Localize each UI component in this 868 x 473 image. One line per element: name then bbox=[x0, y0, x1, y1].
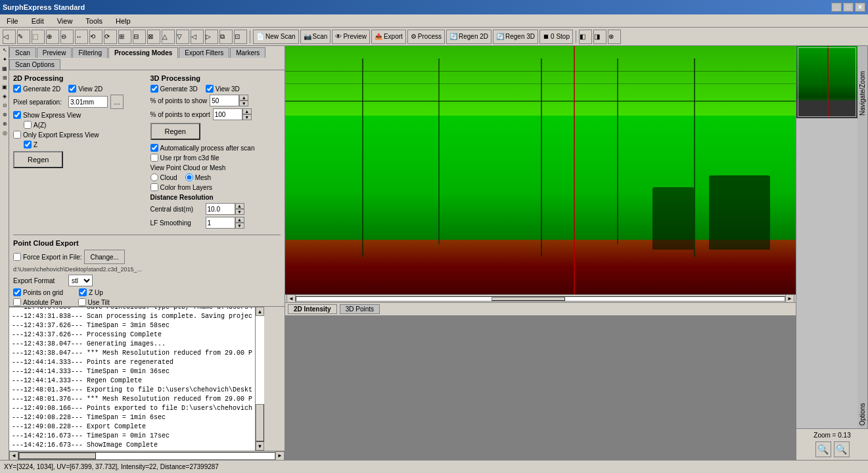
menu-help[interactable]: Help bbox=[112, 16, 135, 26]
view-2d-checkbox-label[interactable]: View 2D bbox=[68, 85, 103, 93]
export-button[interactable]: 📤 Export bbox=[371, 30, 406, 44]
pct-show-input[interactable] bbox=[210, 95, 239, 106]
central-dist-input[interactable] bbox=[206, 203, 235, 215]
lf-smooth-input[interactable] bbox=[206, 217, 235, 229]
tab-filtering[interactable]: Filtering bbox=[72, 47, 108, 58]
ls-icon-1[interactable]: ↖ bbox=[1, 47, 9, 55]
toolbar-icon-9[interactable]: ⊞ bbox=[118, 30, 131, 44]
view-3d-checkbox[interactable] bbox=[206, 85, 214, 93]
tab-2d-intensity[interactable]: 2D Intensity bbox=[288, 304, 337, 314]
lf-smooth-down[interactable]: ▼ bbox=[235, 223, 244, 229]
scroll-down-arrow[interactable]: ▼ bbox=[256, 441, 264, 451]
scroll-left-arrow[interactable]: ◄ bbox=[9, 451, 18, 461]
menu-file[interactable]: File bbox=[3, 16, 22, 26]
color-layers-label[interactable]: Color from Layers bbox=[150, 183, 212, 191]
regen-3d-btn[interactable]: Regen bbox=[150, 123, 200, 140]
use-tilt-label[interactable]: Use Tilt bbox=[78, 298, 110, 306]
toolbar-icon-17[interactable]: ⊡ bbox=[234, 30, 247, 44]
force-export-label[interactable]: Force Export in File: bbox=[13, 253, 81, 261]
nav-tab[interactable]: Navigate/Zoom bbox=[857, 46, 868, 118]
show-express-checkbox[interactable] bbox=[13, 111, 21, 119]
pct-export-up[interactable]: ▲ bbox=[242, 108, 252, 114]
options-tab[interactable]: Options bbox=[857, 118, 868, 428]
scan-button[interactable]: 📷 Scan bbox=[300, 30, 331, 44]
color-layers-checkbox[interactable] bbox=[150, 183, 158, 191]
view-3d-checkbox-label[interactable]: View 3D bbox=[206, 85, 240, 93]
toolbar-icon-3[interactable]: ⬚ bbox=[32, 30, 45, 44]
generate-3d-checkbox-label[interactable]: Generate 3D bbox=[150, 85, 198, 93]
tab-3d-points[interactable]: 3D Points bbox=[340, 304, 380, 314]
auto-process-checkbox[interactable] bbox=[150, 144, 158, 152]
regen2d-button[interactable]: 🔄 Regen 2D bbox=[446, 30, 491, 44]
points-on-grid-label[interactable]: Points on grid bbox=[13, 288, 63, 296]
close-btn[interactable]: ✕ bbox=[855, 3, 865, 12]
central-dist-down[interactable]: ▼ bbox=[235, 209, 244, 215]
absolute-pan-checkbox[interactable] bbox=[13, 298, 21, 306]
ls-icon-9[interactable]: ⊗ bbox=[1, 121, 9, 129]
tab-markers[interactable]: Markers bbox=[230, 47, 265, 58]
minimize-btn[interactable]: _ bbox=[831, 3, 842, 12]
az-checkbox[interactable] bbox=[24, 121, 32, 129]
absolute-pan-label[interactable]: Absolute Pan bbox=[13, 298, 62, 306]
show-express-label[interactable]: Show Express View bbox=[13, 111, 81, 119]
ls-icon-5[interactable]: ▣ bbox=[1, 84, 9, 92]
toolbar-icon-15[interactable]: ▷ bbox=[205, 30, 218, 44]
toolbar-icon-13[interactable]: ▽ bbox=[176, 30, 189, 44]
pct-show-down[interactable]: ▼ bbox=[239, 101, 248, 106]
mesh-radio-label[interactable]: Mesh bbox=[185, 173, 211, 181]
regen3d-button[interactable]: 🔄 Regen 3D bbox=[493, 30, 538, 44]
points-on-grid-checkbox[interactable] bbox=[13, 288, 21, 296]
lf-smooth-up[interactable]: ▲ bbox=[235, 217, 244, 223]
toolbar-icon-11[interactable]: ⊠ bbox=[147, 30, 160, 44]
ls-icon-2[interactable]: ✦ bbox=[1, 56, 9, 64]
mesh-radio[interactable] bbox=[185, 173, 193, 181]
ls-icon-6[interactable]: ◈ bbox=[1, 93, 9, 101]
toolbar-icon-10[interactable]: ⊟ bbox=[133, 30, 146, 44]
central-dist-up[interactable]: ▲ bbox=[235, 203, 244, 209]
zoom-in-btn[interactable]: 🔍 bbox=[815, 441, 831, 457]
pct-export-down[interactable]: ▼ bbox=[242, 114, 252, 120]
pct-show-up[interactable]: ▲ bbox=[239, 95, 248, 101]
use-rpr-checkbox[interactable] bbox=[150, 154, 158, 162]
tab-export-filters[interactable]: Export Filters bbox=[179, 47, 229, 58]
menu-view[interactable]: View bbox=[53, 16, 77, 26]
regen-2d-btn[interactable]: Regen bbox=[13, 151, 63, 168]
pixel-sep-more-btn[interactable]: … bbox=[110, 95, 124, 109]
ls-icon-7[interactable]: ⊙ bbox=[1, 102, 9, 110]
cloud-radio[interactable] bbox=[150, 173, 158, 181]
export-format-select[interactable]: stl ptx xyz pts ply bbox=[68, 275, 93, 286]
toolbar-icon-5[interactable]: ⊖ bbox=[60, 30, 74, 44]
tab-processing-modes[interactable]: Processing Modes bbox=[108, 47, 178, 58]
az-checkbox-label[interactable]: A(Z) bbox=[24, 121, 46, 129]
toolbar-icon-16[interactable]: ⧉ bbox=[219, 30, 233, 44]
pixel-sep-input[interactable] bbox=[68, 96, 108, 108]
toolbar-icon-1[interactable]: ◁ bbox=[3, 30, 16, 44]
tab-scan-options[interactable]: Scan Options bbox=[9, 59, 60, 70]
generate-3d-checkbox[interactable] bbox=[150, 85, 158, 93]
toolbar-icon-4[interactable]: ⊕ bbox=[46, 30, 59, 44]
toolbar-extra-1[interactable]: ◧ bbox=[579, 30, 592, 44]
scroll-right-arrow[interactable]: ► bbox=[275, 451, 285, 461]
z-up-checkbox[interactable] bbox=[79, 288, 87, 296]
toolbar-icon-8[interactable]: ⟳ bbox=[104, 30, 117, 44]
only-export-checkbox[interactable] bbox=[13, 131, 21, 139]
3d-viewport[interactable] bbox=[285, 46, 796, 294]
ls-icon-4[interactable]: ⊞ bbox=[1, 75, 9, 83]
force-export-checkbox[interactable] bbox=[13, 253, 21, 261]
toolbar-icon-2[interactable]: ✎ bbox=[17, 30, 30, 44]
toolbar-icon-6[interactable]: ↔ bbox=[75, 30, 88, 44]
stop-button[interactable]: ⏹ 0 Stop bbox=[539, 30, 573, 44]
toolbar-icon-7[interactable]: ⟲ bbox=[89, 30, 103, 44]
change-btn[interactable]: Change... bbox=[84, 250, 124, 264]
view-2d-checkbox[interactable] bbox=[68, 85, 76, 93]
tab-preview[interactable]: Preview bbox=[37, 47, 72, 58]
toolbar-extra-3[interactable]: ⊕ bbox=[608, 30, 621, 44]
use-rpr-label[interactable]: Use rpr from c3d file bbox=[150, 154, 219, 162]
new-scan-button[interactable]: 📄 New Scan bbox=[253, 30, 299, 44]
only-export-label[interactable]: Only Export Express View bbox=[13, 131, 99, 139]
scroll-up-arrow[interactable]: ▲ bbox=[256, 307, 264, 316]
maximize-btn[interactable]: □ bbox=[843, 3, 854, 12]
use-tilt-checkbox[interactable] bbox=[78, 298, 86, 306]
toolbar-icon-14[interactable]: ◁ bbox=[191, 30, 204, 44]
z-up-label[interactable]: Z Up bbox=[79, 288, 103, 296]
